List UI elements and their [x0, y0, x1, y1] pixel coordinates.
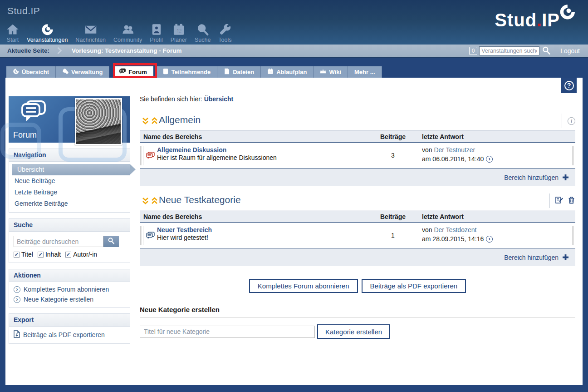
drag-handle[interactable] — [571, 226, 574, 245]
checkbox-icon — [38, 252, 44, 258]
drag-handle[interactable] — [140, 226, 144, 245]
goto-last-post-icon[interactable]: › — [486, 236, 493, 243]
export-pdf-link[interactable]: Beiträge als PDF exportieren — [23, 331, 105, 338]
help-button[interactable]: ? — [561, 78, 577, 93]
last-answer-cell: von Der Testdozent am 28.09.2015, 14:16› — [422, 226, 493, 243]
category-title: Neue Testkategorie — [159, 194, 241, 205]
nav-item-veranstaltungen[interactable]: Veranstaltungen — [26, 23, 69, 43]
collapse-all-icon[interactable] — [142, 117, 149, 127]
category-footer: Bereich hinzufügen — [140, 249, 575, 266]
category-header-neue-testkategorie: Neue Testkategorie — [140, 193, 575, 210]
nav-item-suche[interactable]: Suche — [194, 23, 211, 43]
post-count: 1 — [376, 232, 410, 239]
participants-icon — [162, 68, 169, 76]
area-description: Hier ist Raum für allgemeine Diskussione… — [157, 154, 277, 161]
widget-title: Suche — [9, 219, 130, 232]
tab-uebersicht[interactable]: Übersicht — [6, 66, 56, 78]
area-link[interactable]: Allgemeine Diskussion — [157, 146, 277, 154]
sidebar-item-letzte-beitraege[interactable]: Letzte Beiträge — [9, 187, 130, 198]
tab-dateien[interactable]: Dateien — [217, 66, 261, 78]
content-area: ? Forum Navigation — [5, 78, 583, 385]
checkbox-titel[interactable]: Titel — [14, 251, 33, 258]
checkbox-icon — [65, 252, 71, 258]
nav-item-community[interactable]: Community — [113, 23, 143, 43]
author-link[interactable]: Der Testnutzer — [434, 146, 475, 154]
nav-item-nachrichten[interactable]: Nachrichten — [74, 23, 107, 43]
new-category-form: Kategorie erstellen — [140, 324, 390, 339]
top-navigation: Start Veranstaltungen Nachrichten Commun… — [5, 23, 233, 43]
sidebar-item-gemerkte-beitraege[interactable]: Gemerkte Beiträge — [9, 198, 130, 209]
new-category-title-input[interactable] — [140, 326, 315, 338]
nav-item-tools[interactable]: Tools — [217, 23, 232, 43]
plus-icon[interactable] — [562, 174, 569, 181]
forum-search-button[interactable] — [103, 236, 119, 247]
actions-widget: Aktionen › Komplettes Forum abonnieren ›… — [9, 269, 130, 308]
action-subscribe-forum[interactable]: Komplettes Forum abonnieren — [24, 286, 109, 293]
svg-text:42: 42 — [269, 71, 272, 74]
file-icon — [224, 68, 230, 76]
drag-handle[interactable] — [140, 146, 144, 165]
action-new-category[interactable]: Neue Kategorie erstellen — [24, 296, 93, 303]
tab-mehr[interactable]: Mehr ... — [348, 66, 382, 78]
circle-arrow-icon: › — [14, 286, 20, 293]
tab-ablaufplan[interactable]: 42 Ablaufplan — [261, 66, 314, 78]
logout-link[interactable]: Logout — [560, 47, 580, 55]
course-avatar — [75, 98, 122, 145]
table-header: Name des Bereichs Beiträge letzte Antwor… — [140, 131, 575, 143]
checkbox-autor[interactable]: Autor/-in — [65, 251, 97, 258]
course-search-button[interactable] — [541, 46, 551, 56]
widget-title: Aktionen — [9, 269, 130, 282]
edit-category-icon[interactable] — [555, 196, 563, 206]
location-uebersicht-link[interactable]: Übersicht — [204, 95, 234, 103]
create-category-button[interactable]: Kategorie erstellen — [317, 324, 390, 339]
nav-item-start[interactable]: Start — [5, 23, 20, 43]
sidebar: Forum Navigation Übersicht Neue Beiträge… — [9, 96, 130, 344]
forum-search-input[interactable] — [14, 236, 103, 247]
expand-all-icon[interactable] — [151, 197, 158, 207]
forum-footer-buttons: Komplettes Forum abonnieren Beiträge als… — [140, 279, 575, 293]
forum-area-row: Neuer Testbereich Hier wird getestet! 1 … — [140, 223, 575, 248]
sidebar-item-uebersicht[interactable]: Übersicht — [12, 164, 130, 175]
sidebar-item-neue-beitraege[interactable]: Neue Beiträge — [9, 175, 130, 187]
breadcrumb-label: Aktuelle Seite: — [7, 47, 49, 54]
category-title: Allgemein — [159, 114, 201, 125]
author-link[interactable]: Der Testdozent — [434, 226, 476, 233]
checkbox-icon — [14, 252, 20, 258]
tab-forum[interactable]: Forum — [113, 66, 153, 78]
expand-all-icon[interactable] — [151, 117, 158, 127]
subscribe-forum-button[interactable]: Komplettes Forum abonnieren — [249, 279, 358, 293]
nav-item-planer[interactable]: 42 Planer — [170, 23, 188, 43]
info-icon[interactable]: i — [568, 117, 575, 125]
delete-category-icon[interactable] — [568, 196, 575, 206]
post-count: 3 — [376, 152, 410, 159]
search-icon — [108, 237, 115, 246]
location-line: Sie befinden sich hier: Übersicht — [140, 95, 233, 103]
forum-bubble-icon — [119, 68, 126, 76]
forum-bubbles-icon — [20, 100, 47, 125]
add-area-link[interactable]: Bereich hinzufügen — [504, 174, 559, 181]
nav-item-profil[interactable]: Profil — [149, 23, 163, 43]
area-link[interactable]: Neuer Testbereich — [157, 226, 212, 233]
tab-wiki[interactable]: Wiki — [314, 66, 348, 78]
profile-icon — [150, 23, 163, 36]
course-tab-bar: Übersicht Verwaltung Forum Teilnehmende … — [6, 66, 382, 78]
last-answer-cell: von Der Testnutzer am 06.06.2016, 14:40› — [422, 146, 493, 163]
checkbox-inhalt[interactable]: Inhalt — [38, 251, 61, 258]
collapse-all-icon[interactable] — [142, 197, 149, 207]
new-category-heading: Neue Kategorie erstellen — [140, 306, 575, 318]
tab-verwaltung[interactable]: Verwaltung — [56, 66, 109, 78]
export-pdf-button[interactable]: Beiträge als PDF exportieren — [362, 279, 466, 293]
breadcrumb-page-title: Vorlesung: Testveranstaltung - Forum — [72, 47, 182, 54]
plus-icon[interactable] — [562, 254, 569, 261]
tab-teilnehmende[interactable]: Teilnehmende — [156, 66, 217, 78]
search-icon — [542, 50, 551, 56]
studip-page: Stud.IP Start Veranstaltungen Nachrichte… — [0, 0, 588, 392]
add-area-link[interactable]: Bereich hinzufügen — [504, 254, 559, 261]
goto-last-post-icon[interactable]: › — [486, 156, 493, 163]
category-footer: Bereich hinzufügen — [140, 169, 575, 186]
forum-area-icon-unread — [146, 152, 155, 160]
drag-handle[interactable] — [571, 146, 574, 165]
export-widget: Export Beiträge als PDF exportieren — [9, 313, 130, 344]
home-icon — [6, 23, 19, 36]
course-search-input[interactable] — [479, 46, 539, 55]
